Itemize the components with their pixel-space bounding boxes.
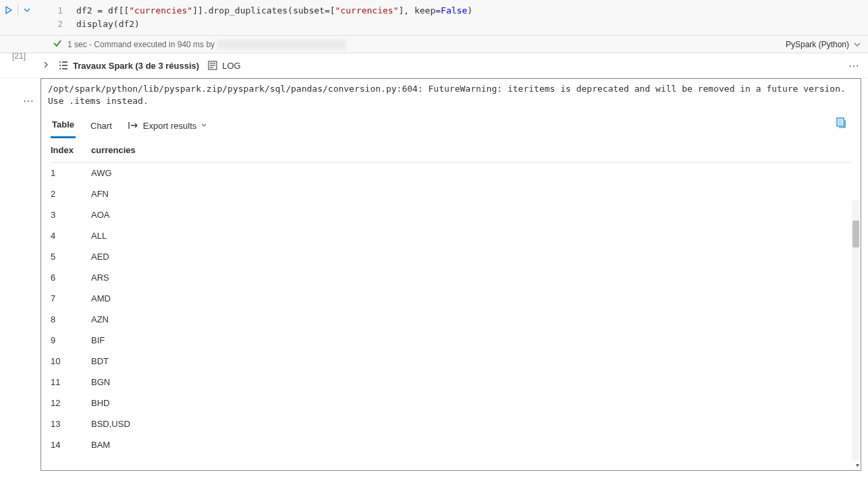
cell-currencies: ARS [91, 272, 851, 283]
cell-index: 4 [51, 231, 91, 241]
run-dropdown[interactable] [21, 4, 33, 16]
run-controls [0, 0, 36, 20]
kernel-selector[interactable]: PySpark (Python) [786, 40, 861, 49]
cell-index: 10 [51, 356, 91, 366]
table-row[interactable]: 2AFN [51, 183, 851, 204]
scrollbar-thumb[interactable] [852, 221, 859, 248]
play-icon [5, 6, 13, 14]
cell-currencies: BSD,USD [91, 419, 851, 429]
cell-more-menu[interactable]: ⋯ [23, 94, 34, 107]
log-label: LOG [222, 61, 240, 71]
spark-jobs-label: Travaux Spark (3 de 3 réussis) [73, 61, 199, 71]
divider [18, 5, 18, 16]
kernel-label: PySpark (Python) [786, 40, 849, 49]
chevron-down-icon [200, 122, 207, 129]
cell-index: 13 [51, 419, 91, 429]
cell-currencies: BHD [91, 398, 851, 408]
log-icon [207, 60, 218, 71]
cell-index: 14 [51, 440, 91, 450]
cell-index: 2 [51, 189, 91, 199]
cell-currencies: AMD [91, 293, 851, 304]
export-label: Export results [143, 121, 196, 131]
output-toolbar: Travaux Spark (3 de 3 réussis) LOG ⋯ [0, 53, 868, 78]
cell-index: 12 [51, 398, 91, 408]
blurred-user-info [217, 40, 346, 49]
execution-message: - Command executed in 940 ms by [89, 40, 215, 49]
warning-output: /opt/spark/python/lib/pyspark.zip/pyspar… [41, 79, 861, 111]
table-row[interactable]: 12BHD [51, 393, 851, 413]
table-row[interactable]: 14BAM [51, 434, 851, 455]
list-icon [58, 60, 69, 71]
header-index[interactable]: Index [51, 145, 91, 155]
cell-currencies: BDT [91, 356, 851, 366]
chevron-right-icon [42, 61, 50, 69]
table-row[interactable]: 6ARS [51, 267, 851, 288]
table-row[interactable]: 3AOA [51, 204, 851, 225]
spark-jobs-link[interactable]: Travaux Spark (3 de 3 réussis) [58, 60, 199, 71]
export-results-button[interactable]: Export results [127, 118, 209, 138]
cell-currencies: AED [91, 252, 851, 262]
cell-currencies: ALL [91, 231, 851, 241]
table-row[interactable]: 9BIF [51, 330, 851, 351]
cell-currencies: AWG [91, 168, 851, 178]
table-row[interactable]: 4ALL [51, 225, 851, 246]
cell-index: 5 [51, 252, 91, 262]
table-row[interactable]: 8AZN [51, 309, 851, 330]
code-content: df2 = df[["currencies"]].drop_duplicates… [76, 4, 868, 18]
chevron-down-icon [23, 6, 31, 14]
success-check-icon [53, 38, 62, 50]
code-content: display(df2) [76, 18, 868, 31]
table-row[interactable]: 13BSD,USD [51, 413, 851, 434]
expand-toggle[interactable] [42, 61, 50, 71]
log-link[interactable]: LOG [207, 60, 240, 71]
output-panel: /opt/spark/python/lib/pyspark.zip/pyspar… [40, 78, 861, 471]
table-row[interactable]: 1AWG [51, 163, 851, 183]
export-icon [128, 121, 139, 130]
cell-currencies: AZN [91, 314, 851, 324]
cell-currencies: AOA [91, 210, 851, 220]
result-tabs: Table Chart Export results [41, 111, 861, 138]
chevron-down-icon [853, 40, 861, 49]
scroll-down-arrow[interactable]: ▾ [856, 461, 859, 469]
copy-table-icon[interactable] [835, 117, 847, 131]
run-button[interactable] [3, 4, 15, 16]
cell-index: 3 [51, 210, 91, 220]
table-row[interactable]: 10BDT [51, 351, 851, 372]
more-menu[interactable]: ⋯ [848, 59, 860, 72]
line-number: 2 [36, 18, 76, 31]
cell-currencies: AFN [91, 189, 851, 199]
table-row[interactable]: 11BGN [51, 372, 851, 393]
tab-table[interactable]: Table [51, 117, 76, 138]
cell-currencies: BGN [91, 377, 851, 387]
cell-index: 6 [51, 272, 91, 283]
cell-currencies: BIF [91, 335, 851, 345]
code-cell-header: 1 df2 = df[["currencies"]].drop_duplicat… [0, 0, 868, 36]
table-body: 1AWG2AFN3AOA4ALL5AED6ARS7AMD8AZN9BIF10BD… [51, 163, 851, 455]
data-table: Index currencies 1AWG2AFN3AOA4ALL5AED6AR… [41, 138, 861, 455]
cell-index: 7 [51, 293, 91, 304]
execution-duration: 1 sec [67, 40, 87, 49]
execution-status-bar: 1 sec - Command executed in 940 ms by Py… [0, 36, 868, 53]
code-line: 1 df2 = df[["currencies"]].drop_duplicat… [36, 4, 868, 18]
header-currencies[interactable]: currencies [91, 145, 851, 155]
cell-index: 11 [51, 377, 91, 387]
table-header-row: Index currencies [51, 138, 851, 163]
tab-chart[interactable]: Chart [89, 118, 113, 138]
table-row[interactable]: 7AMD [51, 288, 851, 309]
code-line: 2 display(df2) [36, 18, 868, 31]
cell-index: 9 [51, 335, 91, 345]
table-row[interactable]: 5AED [51, 246, 851, 267]
line-number: 1 [36, 4, 76, 18]
code-editor[interactable]: 1 df2 = df[["currencies"]].drop_duplicat… [36, 0, 868, 35]
cell-index: 8 [51, 314, 91, 324]
cell-currencies: BAM [91, 440, 851, 450]
cell-index: 1 [51, 168, 91, 178]
